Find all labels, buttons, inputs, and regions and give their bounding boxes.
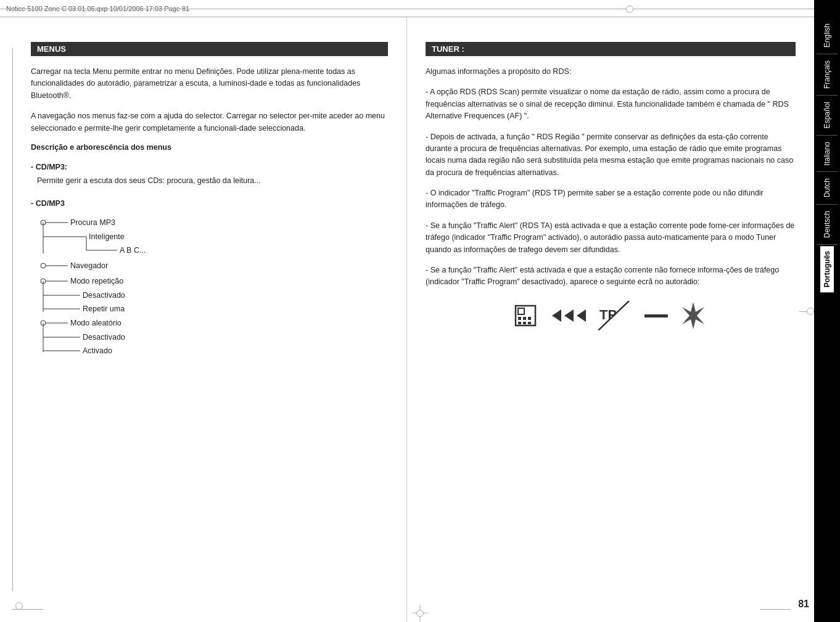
svg-text:Inteligente: Inteligente — [89, 232, 125, 241]
lang-francais[interactable]: Français — [820, 55, 834, 94]
right-crosshair-circle — [807, 308, 814, 315]
menus-para2: A navegação nos menus faz-se com a ajuda… — [31, 110, 388, 134]
lang-deutsch[interactable]: Deutsch — [820, 206, 834, 243]
lang-italiano[interactable]: Italiano — [820, 137, 834, 171]
lang-divider-6 — [817, 244, 838, 245]
tuner-para5: - Se a função "Traffic Alert" está activ… — [426, 264, 796, 288]
svg-rect-33 — [518, 322, 521, 324]
page-number: 81 — [798, 599, 809, 610]
svg-text:Procura MP3: Procura MP3 — [70, 218, 115, 227]
svg-point-9 — [41, 263, 46, 268]
radio-display-icons: TP — [426, 301, 796, 330]
lang-divider-3 — [817, 135, 838, 136]
left-border-line — [12, 48, 13, 591]
language-sidebar: English Français Español Italiano Dutch … — [814, 0, 840, 622]
tuner-section-header: TUNER : — [426, 42, 796, 56]
bottom-border-left — [12, 609, 43, 610]
menu-tree-diagram: Procura MP3 Inteligente A B C... Navegad… — [37, 215, 388, 359]
menus-para1: Carregar na tecla Menu permite entrar no… — [31, 66, 388, 102]
svg-rect-32 — [528, 317, 531, 320]
lang-dutch[interactable]: Dutch — [820, 173, 834, 202]
radio-arrow-icon — [552, 306, 589, 325]
crosshair-top-right — [626, 6, 633, 13]
tuner-para1: - A opção RDS (RDS Scan) permite visuali… — [426, 86, 796, 122]
svg-text:Navegador: Navegador — [70, 261, 108, 270]
lang-divider-1 — [817, 54, 838, 54]
svg-marker-42 — [682, 302, 704, 329]
subsection-title: Descrição e arborescência dos menus — [31, 143, 388, 152]
svg-text:Activado: Activado — [83, 346, 112, 355]
svg-text:Desactivado: Desactivado — [83, 291, 125, 300]
main-content: MENUS Carregar na tecla Menu permite ent… — [0, 17, 814, 622]
lang-divider-5 — [817, 204, 838, 205]
svg-text:Desactivado: Desactivado — [83, 333, 125, 342]
radio-building-icon — [513, 301, 543, 330]
lang-portugues[interactable]: Português — [820, 246, 834, 292]
svg-rect-31 — [523, 317, 526, 320]
svg-marker-36 — [552, 309, 561, 322]
tuner-intro: Algumas informações a propósito do RDS: — [426, 66, 796, 78]
svg-text:A B C...: A B C... — [120, 246, 146, 255]
lang-english[interactable]: English — [820, 18, 834, 52]
left-column: MENUS Carregar na tecla Menu permite ent… — [0, 17, 407, 622]
lang-divider-2 — [817, 95, 838, 96]
svg-rect-41 — [644, 314, 668, 317]
svg-marker-37 — [564, 309, 574, 322]
header-divider-h — [0, 9, 840, 9]
cd-mp3-title: - CD/MP3: — [31, 163, 388, 171]
tuner-para2: - Depois de activada, a função " RDS Reg… — [426, 131, 796, 179]
svg-rect-34 — [523, 322, 526, 324]
cd-mp3-desc: Permite gerir a escuta dos seus CDs: pro… — [31, 175, 388, 187]
tree-section-title: - CD/MP3 — [31, 199, 388, 208]
menus-section-header: MENUS — [31, 42, 388, 56]
lang-espanol[interactable]: Español — [820, 97, 834, 133]
svg-marker-38 — [577, 309, 586, 322]
right-column: TUNER : Algumas informações a propósito … — [407, 17, 814, 622]
page-header: Notice 5100 Zone C 03.01.06.qxp 10/01/20… — [0, 0, 840, 17]
radio-dash-icon — [644, 309, 669, 322]
svg-text:Modo repetição: Modo repetição — [70, 277, 123, 285]
tree-svg: Procura MP3 Inteligente A B C... Navegad… — [37, 215, 284, 357]
tuner-para3: - O indicador "Traffic Program" (RDS TP)… — [426, 187, 796, 211]
lang-divider-4 — [817, 171, 838, 172]
radio-bluetooth-icon — [678, 301, 708, 330]
svg-text:Modo aleatório: Modo aleatório — [70, 319, 121, 327]
svg-text:Repetir uma: Repetir uma — [83, 305, 125, 313]
tuner-para4: - Se a função "Traffic Alert" (RDS TA) e… — [426, 220, 796, 256]
svg-rect-35 — [528, 322, 531, 324]
svg-rect-30 — [518, 317, 521, 320]
bottom-border-right — [760, 609, 791, 610]
bottom-crosshair-circle — [416, 610, 424, 617]
svg-rect-29 — [518, 308, 524, 314]
radio-tp-icon: TP — [598, 301, 635, 330]
